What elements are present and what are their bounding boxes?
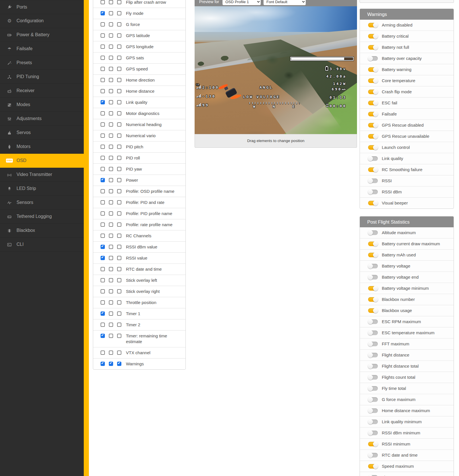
toggle-switch[interactable] xyxy=(368,331,378,335)
osd-element-checkbox-profile-3[interactable] xyxy=(117,289,121,293)
osd-element-checkbox-profile-1[interactable] xyxy=(101,200,105,204)
toggle-switch[interactable] xyxy=(368,264,378,268)
toggle-switch[interactable] xyxy=(368,34,378,39)
toggle-switch[interactable] xyxy=(368,342,378,346)
osd-element-checkbox-profile-2[interactable] xyxy=(109,67,113,71)
osd-graph-bar[interactable] xyxy=(290,57,354,61)
osd-element-checkbox-profile-3[interactable] xyxy=(117,256,121,260)
osd-element-checkbox-profile-1[interactable] xyxy=(101,56,105,60)
osd-element-checkbox-profile-3[interactable] xyxy=(117,122,121,127)
osd-element-checkbox-profile-2[interactable] xyxy=(109,256,113,260)
toggle-switch[interactable] xyxy=(368,112,378,116)
toggle-switch[interactable] xyxy=(368,453,378,457)
osd-profile-select[interactable]: OSD Profile 1 xyxy=(223,0,261,5)
osd-element-checkbox-profile-3[interactable] xyxy=(117,351,121,355)
osd-element-checkbox-profile-1[interactable] xyxy=(101,111,105,116)
sidebar-item-failsafe[interactable]: ☂ Failsafe xyxy=(0,42,84,56)
toggle-switch[interactable] xyxy=(368,375,378,380)
sidebar-item-osd[interactable]: OSD OSD xyxy=(0,154,84,168)
toggle-switch[interactable] xyxy=(368,319,378,324)
toggle-switch[interactable] xyxy=(368,201,378,205)
osd-element-checkbox-profile-3[interactable] xyxy=(117,156,121,160)
osd-element-checkbox-profile-1[interactable] xyxy=(101,278,105,282)
toggle-switch[interactable] xyxy=(368,156,378,161)
toggle-switch[interactable] xyxy=(368,386,378,391)
osd-element-checkbox-profile-2[interactable] xyxy=(109,245,113,249)
osd-element-checkbox-profile-3[interactable] xyxy=(117,222,121,227)
sidebar-item-receiver[interactable]: Receiver xyxy=(0,84,84,98)
toggle-switch[interactable] xyxy=(368,67,378,72)
toggle-switch[interactable] xyxy=(368,134,378,139)
osd-element-checkbox-profile-1[interactable] xyxy=(101,245,105,249)
osd-element-checkbox-profile-1[interactable] xyxy=(101,156,105,160)
osd-element-checkbox-profile-1[interactable] xyxy=(101,33,105,38)
osd-element-checkbox-profile-3[interactable] xyxy=(117,100,121,104)
osd-element-checkbox-profile-2[interactable] xyxy=(109,178,113,182)
toggle-switch[interactable] xyxy=(368,464,378,469)
osd-element-checkbox-profile-1[interactable] xyxy=(101,323,105,327)
osd-element-checkbox-profile-2[interactable] xyxy=(109,167,113,171)
osd-element-checkbox-profile-2[interactable] xyxy=(109,351,113,355)
osd-element-checkbox-profile-1[interactable] xyxy=(101,78,105,82)
toggle-switch[interactable] xyxy=(368,45,378,50)
osd-element-checkbox-profile-3[interactable] xyxy=(117,89,121,93)
osd-element-checkbox-profile-2[interactable] xyxy=(109,289,113,293)
osd-element-checkbox-profile-1[interactable] xyxy=(101,234,105,238)
osd-element-checkbox-profile-3[interactable] xyxy=(117,189,121,193)
osd-timer-2[interactable]: on mn00:00 xyxy=(326,103,346,108)
osd-element-checkbox-profile-3[interactable] xyxy=(117,300,121,305)
osd-element-checkbox-profile-2[interactable] xyxy=(109,211,113,216)
osd-element-checkbox-profile-3[interactable] xyxy=(117,145,121,149)
osd-element-checkbox-profile-2[interactable] xyxy=(109,323,113,327)
osd-element-checkbox-profile-2[interactable] xyxy=(109,89,113,93)
osd-element-checkbox-profile-2[interactable] xyxy=(109,156,113,160)
toggle-switch[interactable] xyxy=(368,308,378,313)
osd-element-checkbox-profile-2[interactable] xyxy=(109,44,113,49)
osd-compass-ticks[interactable] xyxy=(249,102,299,104)
osd-element-checkbox-profile-3[interactable] xyxy=(117,11,121,15)
sidebar-item-sensors[interactable]: Sensors xyxy=(0,196,84,210)
osd-element-checkbox-profile-3[interactable] xyxy=(117,311,121,316)
sidebar-item-configuration[interactable]: ⚙ Configuration xyxy=(0,14,84,28)
osd-element-checkbox-profile-1[interactable] xyxy=(101,133,105,138)
osd-element-checkbox-profile-1[interactable] xyxy=(101,362,105,366)
toggle-switch[interactable] xyxy=(368,179,378,183)
osd-rssi-dbm[interactable]: -130 xyxy=(196,94,216,98)
toggle-switch[interactable] xyxy=(368,431,378,435)
osd-element-checkbox-profile-2[interactable] xyxy=(109,278,113,282)
osd-element-checkbox-profile-1[interactable] xyxy=(101,189,105,193)
sidebar-item-presets[interactable]: Presets xyxy=(0,56,84,70)
toggle-switch[interactable] xyxy=(368,190,378,194)
sidebar-item-blackbox[interactable]: Blackbox xyxy=(0,224,84,238)
osd-element-checkbox-profile-2[interactable] xyxy=(109,189,113,193)
font-select[interactable]: Font Default xyxy=(264,0,306,5)
osd-element-checkbox-profile-2[interactable] xyxy=(109,122,113,127)
osd-element-checkbox-profile-2[interactable] xyxy=(109,111,113,116)
sidebar-item-modes[interactable]: Modes xyxy=(0,98,84,112)
osd-element-checkbox-profile-3[interactable] xyxy=(117,234,121,238)
osd-element-checkbox-profile-3[interactable] xyxy=(117,323,121,327)
toggle-switch[interactable] xyxy=(368,275,378,279)
sidebar-item-power-battery[interactable]: Power & Battery xyxy=(0,28,84,42)
osd-power[interactable]: 142W xyxy=(333,82,346,86)
osd-element-checkbox-profile-3[interactable] xyxy=(117,44,121,49)
toggle-switch[interactable] xyxy=(368,242,378,246)
osd-element-checkbox-profile-2[interactable] xyxy=(109,300,113,305)
toggle-switch[interactable] xyxy=(368,397,378,402)
osd-element-checkbox-profile-3[interactable] xyxy=(117,178,121,182)
osd-element-checkbox-profile-2[interactable] xyxy=(109,267,113,271)
osd-compass-letters[interactable]: W N E xyxy=(253,104,296,109)
toggle-switch[interactable] xyxy=(368,408,378,413)
sidebar-item-tethered-logging[interactable]: Tethered Logging xyxy=(0,210,84,224)
osd-element-checkbox-profile-3[interactable] xyxy=(117,334,121,338)
osd-element-checkbox-profile-2[interactable] xyxy=(109,33,113,38)
osd-element-checkbox-profile-1[interactable] xyxy=(101,122,105,127)
osd-element-checkbox-profile-1[interactable] xyxy=(101,267,105,271)
osd-element-checkbox-profile-2[interactable] xyxy=(109,234,113,238)
osd-element-checkbox-profile-2[interactable] xyxy=(109,0,113,4)
osd-battery-voltage[interactable]: 3.98v xyxy=(325,66,346,71)
toggle-switch[interactable] xyxy=(368,253,378,257)
osd-element-checkbox-profile-3[interactable] xyxy=(117,78,121,82)
osd-element-checkbox-profile-1[interactable] xyxy=(101,0,105,4)
osd-element-checkbox-profile-3[interactable] xyxy=(117,0,121,4)
